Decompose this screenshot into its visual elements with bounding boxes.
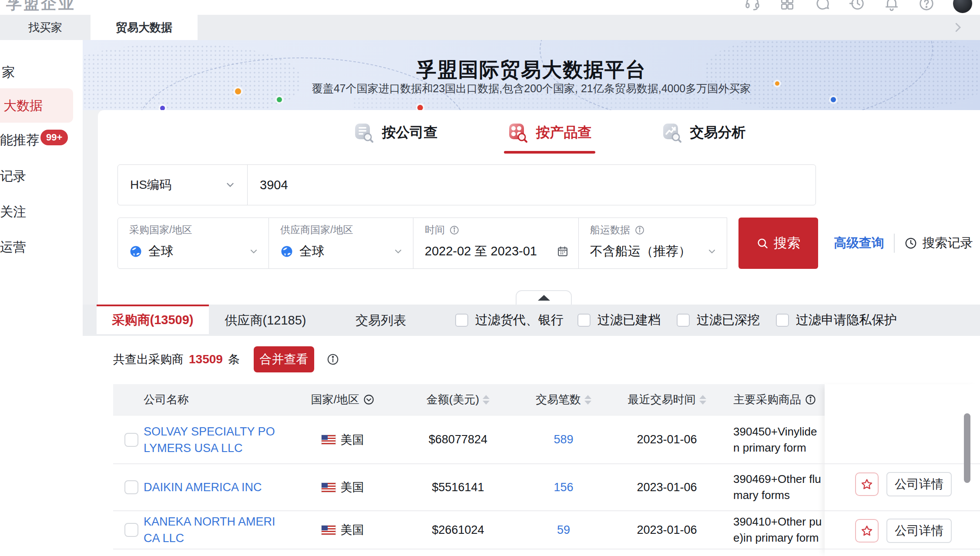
last-trade-date-cell: 2023-01-06 bbox=[637, 481, 697, 494]
shipping-data-value: 不含船运（推荐） bbox=[590, 243, 701, 260]
checkbox[interactable] bbox=[677, 314, 690, 327]
vertical-scrollbar-thumb[interactable] bbox=[964, 413, 970, 483]
hs-code-type-select[interactable]: HS编码 bbox=[118, 165, 248, 205]
tab-suppliers-results[interactable]: 供应商(12185) bbox=[222, 305, 309, 336]
info-icon[interactable] bbox=[634, 225, 645, 235]
company-detail-button[interactable]: 公司详情 bbox=[886, 472, 952, 496]
apps-grid-icon[interactable] bbox=[779, 0, 795, 12]
buyer-country-value: 全球 bbox=[148, 243, 242, 260]
row-divider bbox=[113, 549, 980, 549]
sidebar-item-bigdata[interactable]: 大数据 bbox=[3, 96, 83, 115]
map-marker-green bbox=[277, 97, 282, 102]
headset-icon[interactable] bbox=[744, 0, 761, 12]
country-filter-icon[interactable] bbox=[363, 394, 375, 405]
header-main-products: 主要采购商品 bbox=[722, 392, 825, 407]
country-cell: 美国 bbox=[322, 522, 364, 538]
sidebar-item-buyers[interactable]: 家 bbox=[2, 63, 83, 82]
company-name-link[interactable]: SOLVAY SPECIALTY POLYMERS USA LLC bbox=[144, 423, 285, 456]
search-history-label: 搜索记录 bbox=[923, 234, 973, 252]
filter-archived: 过滤已建档 bbox=[577, 305, 661, 336]
checkbox-label: 过滤已深挖 bbox=[697, 311, 760, 329]
row-checkbox[interactable] bbox=[124, 480, 138, 494]
company-name-link[interactable]: KANEKA NORTH AMERICA LLC bbox=[144, 513, 285, 546]
advanced-query-link[interactable]: 高级查询 bbox=[834, 234, 884, 252]
sort-amount[interactable] bbox=[483, 395, 490, 405]
hs-code-input[interactable] bbox=[248, 165, 816, 205]
supplier-country-value: 全球 bbox=[299, 243, 387, 260]
date-range-picker[interactable]: 时间 2022-02 至 2023-01 bbox=[413, 218, 579, 269]
main-products-cell: 390450+Vinylide n primary form bbox=[733, 424, 825, 456]
tab-trade-bigdata[interactable]: 贸易大数据 bbox=[91, 15, 198, 40]
row-actions: 公司详情 bbox=[825, 470, 980, 498]
hs-code-search-row: HS编码 bbox=[117, 164, 816, 205]
map-marker-red bbox=[417, 105, 423, 110]
deal-count-link[interactable]: 59 bbox=[557, 523, 570, 536]
sort-last-trade-date[interactable] bbox=[699, 395, 706, 405]
tab-buyers-results[interactable]: 采购商(13509) bbox=[97, 305, 209, 334]
header-company-name: 公司名称 bbox=[144, 392, 285, 407]
checkbox[interactable] bbox=[455, 314, 468, 327]
tab-search-by-company[interactable]: 按公司查 bbox=[353, 122, 438, 143]
sidebar-item-records[interactable]: 记录 bbox=[0, 167, 83, 186]
header-amount: 金额(美元) bbox=[400, 392, 516, 407]
chat-icon[interactable] bbox=[814, 0, 830, 12]
sidebar-item-follow[interactable]: 关注 bbox=[0, 202, 83, 221]
merge-view-button[interactable]: 合并查看 bbox=[254, 346, 314, 372]
divider bbox=[894, 234, 895, 253]
analysis-icon bbox=[661, 122, 682, 143]
bell-icon[interactable] bbox=[883, 0, 900, 12]
search-button[interactable]: 搜索 bbox=[738, 218, 818, 269]
search-history-link[interactable]: 搜索记录 bbox=[904, 234, 973, 252]
search-icon bbox=[756, 237, 769, 249]
last-trade-date-cell: 2023-01-06 bbox=[637, 433, 697, 446]
table-row: SOLVAY SPECIALTY POLYMERS USA LLC 美国 $68… bbox=[113, 415, 825, 464]
info-icon[interactable] bbox=[805, 394, 816, 405]
hero-banner: 孚盟国际贸易大数据平台 覆盖47个国家进口数据和23国出口数据,包含200个国家… bbox=[83, 40, 980, 110]
tab-transaction-list[interactable]: 交易列表 bbox=[337, 305, 424, 336]
chevron-down-icon bbox=[393, 246, 403, 257]
sidebar-item-operation[interactable]: 运营 bbox=[0, 238, 83, 257]
active-tab-underline bbox=[504, 151, 595, 154]
filter-label: 船运数据 bbox=[590, 223, 630, 237]
company-search-icon bbox=[353, 122, 374, 143]
supplier-country-select[interactable]: 供应商国家/地区 全球 bbox=[269, 218, 413, 269]
globe-icon bbox=[280, 245, 293, 258]
summary-suffix: 条 bbox=[228, 352, 240, 367]
favorite-star-button[interactable] bbox=[855, 519, 879, 543]
shipping-data-select[interactable]: 船运数据 不含船运（推荐） bbox=[579, 218, 727, 269]
tab-search-by-product[interactable]: 按产品查 bbox=[507, 122, 592, 143]
help-icon[interactable] bbox=[918, 0, 935, 12]
checkbox-label: 过滤申请隐私保护 bbox=[796, 311, 897, 329]
collapse-panel-button[interactable] bbox=[516, 290, 572, 305]
topbar: 孚盟企业 bbox=[0, 0, 980, 15]
row-checkbox[interactable] bbox=[124, 523, 138, 537]
info-icon[interactable] bbox=[326, 353, 339, 366]
sort-deal-count[interactable] bbox=[584, 395, 591, 405]
info-icon[interactable] bbox=[449, 225, 460, 235]
us-flag-icon bbox=[322, 526, 336, 535]
row-checkbox[interactable] bbox=[124, 433, 138, 447]
deal-count-link[interactable]: 589 bbox=[554, 433, 573, 446]
country-name: 美国 bbox=[341, 479, 364, 495]
amount-cell: $2661024 bbox=[432, 523, 484, 536]
user-avatar[interactable] bbox=[953, 0, 972, 13]
company-detail-button[interactable]: 公司详情 bbox=[886, 519, 952, 543]
favorite-star-button[interactable] bbox=[855, 472, 879, 496]
table-row: DAIKIN AMERICA INC 美国 $5516141 156 2023-… bbox=[113, 464, 825, 511]
header-last-trade-date: 最近交易时间 bbox=[611, 392, 722, 407]
country-name: 美国 bbox=[341, 522, 364, 538]
deal-count-link[interactable]: 156 bbox=[554, 481, 573, 494]
recommend-count-badge: 99+ bbox=[40, 130, 68, 145]
chevron-right-icon[interactable] bbox=[951, 21, 964, 34]
hero-subtitle: 覆盖47个国家进口数据和23国出口数据,包含200个国家, 21亿条贸易数据,4… bbox=[83, 81, 980, 96]
history-clock-icon[interactable] bbox=[849, 0, 865, 12]
checkbox[interactable] bbox=[776, 314, 789, 327]
tab-find-buyers[interactable]: 找买家 bbox=[0, 15, 91, 40]
company-name-link[interactable]: DAIKIN AMERICA INC bbox=[144, 479, 285, 496]
tab-trade-analysis[interactable]: 交易分析 bbox=[661, 122, 746, 143]
filter-forwarders-banks: 过滤货代、银行 bbox=[455, 305, 564, 336]
buyer-country-select[interactable]: 采购国家/地区 全球 bbox=[117, 218, 269, 269]
amount-cell: $68077824 bbox=[429, 433, 487, 446]
checkbox[interactable] bbox=[577, 314, 591, 327]
hs-code-label: HS编码 bbox=[130, 177, 171, 193]
